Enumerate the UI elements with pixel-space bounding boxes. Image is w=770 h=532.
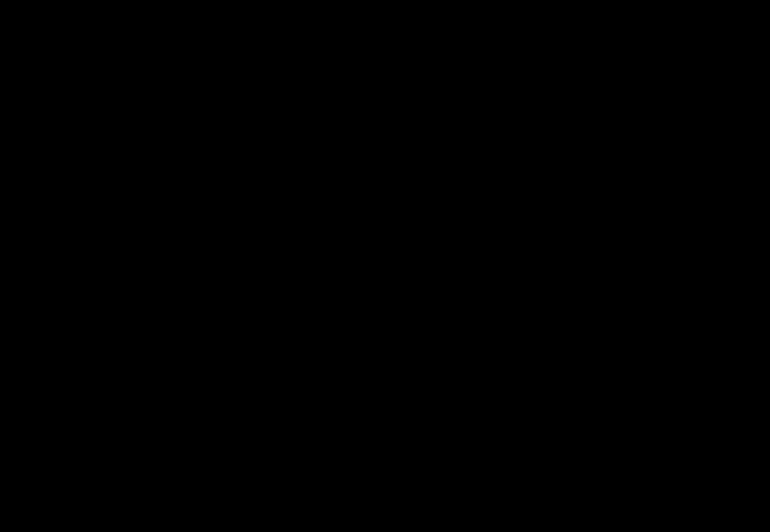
spectrogram-canvas: [156, 51, 623, 162]
p3-left-axis-title: [9, 428, 81, 452]
timeseries-canvas: [156, 376, 623, 506]
subtitle-gap: [378, 27, 392, 41]
p3-right-axis-title: [690, 429, 762, 452]
p1-y-axis-title: [11, 94, 83, 117]
plot-subtitle: [0, 27, 770, 41]
pitch-angle-canvas: [156, 192, 623, 337]
colorbar-deg: [639, 199, 660, 328]
plot-window: [0, 0, 770, 532]
colorbar-def: [639, 51, 660, 154]
